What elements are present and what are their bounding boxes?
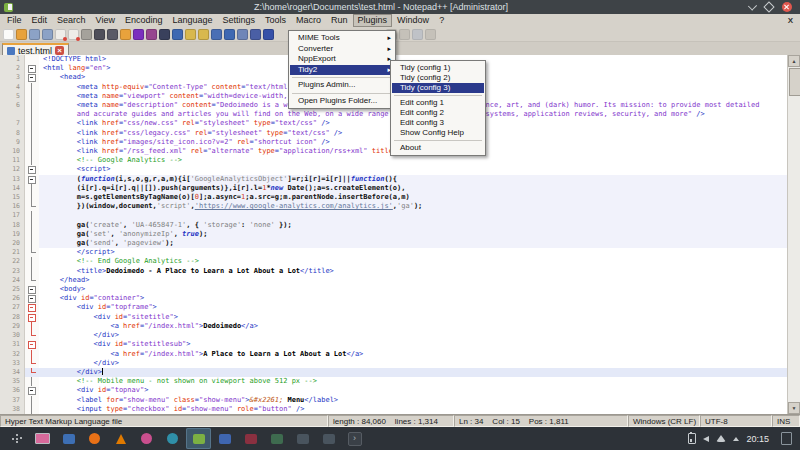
save-icon[interactable] — [29, 29, 40, 40]
code-line-29[interactable]: 29 <a href="/index.html">Dedoimedo</a> — [0, 322, 787, 331]
code-line-27[interactable]: 27 <div id="topframe"> — [0, 303, 787, 312]
word-wrap-icon[interactable] — [237, 29, 248, 40]
code-line-13[interactable]: 13 (function(i,s,o,g,r,a,m){i['GoogleAna… — [0, 175, 787, 184]
print-icon[interactable] — [81, 29, 92, 40]
network-icon[interactable] — [716, 435, 726, 442]
status-typing-mode[interactable]: INS — [772, 415, 800, 427]
fold-toggle-icon[interactable] — [25, 303, 39, 312]
tidy2-menu-item-tidy-config-2[interactable]: Tidy (config 2) — [392, 73, 484, 83]
fold-toggle-icon[interactable] — [25, 340, 39, 349]
menu-window[interactable]: Window — [392, 14, 434, 27]
paste-icon[interactable] — [120, 29, 131, 40]
menu-plugins[interactable]: Plugins — [353, 14, 393, 27]
taskbar-system-monitor[interactable] — [316, 428, 341, 449]
code-line-19[interactable]: 19 ga('set', 'anonymizeIp', true); — [0, 230, 787, 239]
status-length-lines[interactable]: length : 84,060 lines : 1,314 — [328, 415, 454, 427]
find-icon[interactable] — [159, 29, 170, 40]
zoom-in-icon[interactable] — [185, 29, 196, 40]
vertical-scrollbar[interactable]: ▲ ▼ — [787, 55, 800, 414]
close-document-icon[interactable] — [55, 29, 66, 40]
scrollbar-thumb[interactable] — [789, 68, 800, 96]
fold-toggle-icon[interactable] — [25, 294, 39, 303]
scroll-down-icon[interactable]: ▼ — [788, 402, 800, 414]
tidy2-menu-item-tidy-config-1[interactable]: Tidy (config 1) — [392, 63, 484, 73]
tidy2-menu-item-show-config-help[interactable]: Show Config Help — [392, 128, 484, 138]
code-line-35[interactable]: 35 <!-- Mobile menu - not shown on viewp… — [0, 377, 787, 386]
status-cursor-position[interactable]: Ln : 34 Col : 15 Pos : 1,811 — [454, 415, 628, 427]
function-list-icon[interactable] — [263, 29, 274, 40]
code-line-26[interactable]: 26 <div id="container"> — [0, 294, 787, 303]
macro-play-icon[interactable] — [399, 29, 410, 40]
menu-file[interactable]: File — [2, 14, 27, 27]
taskbar-taskbar-overflow[interactable]: › — [342, 428, 367, 449]
taskbar-display-settings[interactable] — [30, 428, 55, 449]
code-line-22[interactable]: 22 <!-- End Google Analytics --> — [0, 257, 787, 266]
taskbar-text-editor[interactable] — [212, 428, 237, 449]
menu-encoding[interactable]: Encoding — [120, 14, 168, 27]
code-line-31[interactable]: 31 <div id="sitetitlesub"> — [0, 340, 787, 349]
taskbar-app-launcher[interactable] — [4, 428, 29, 449]
status-eol-format[interactable]: Windows (CR LF) — [628, 415, 700, 427]
code-line-33[interactable]: 33 </div> — [0, 359, 787, 368]
minimize-icon[interactable] — [748, 1, 757, 10]
tidy2-menu-item-edit-config-1[interactable]: Edit config 1 — [392, 98, 484, 108]
taskbar-firefox[interactable] — [82, 428, 107, 449]
battery-icon[interactable] — [688, 433, 696, 444]
menu-settings[interactable]: Settings — [218, 14, 261, 27]
redo-icon[interactable] — [146, 29, 157, 40]
code-line-11[interactable]: 11 <!-- Google Analytics --> — [0, 156, 787, 165]
tidy2-menu-item-about[interactable]: About — [392, 143, 484, 153]
code-line-36[interactable]: 36 <div id="topnav"> — [0, 386, 787, 395]
code-line-17[interactable]: 17 — [0, 211, 787, 220]
code-line-37[interactable]: 37 <label for="show-menu" class="show-me… — [0, 396, 787, 405]
scroll-up-icon[interactable]: ▲ — [788, 55, 800, 67]
code-line-23[interactable]: 23 <title>Dedoimedo - A Place to Learn a… — [0, 267, 787, 276]
copy-icon[interactable] — [107, 29, 118, 40]
code-line-16[interactable]: 16 })(window,document,'script','https://… — [0, 202, 787, 211]
tidy2-menu-item-edit-config-3[interactable]: Edit config 3 — [392, 118, 484, 128]
menu-[interactable]: ? — [434, 14, 449, 27]
new-file-icon[interactable] — [3, 29, 14, 40]
plugins-menu-item-open-plugins-folder[interactable]: Open Plugins Folder... — [290, 96, 394, 107]
save-all-icon[interactable] — [42, 29, 53, 40]
code-line-34[interactable]: 34 </div> — [0, 368, 787, 377]
tray-expand-icon[interactable] — [733, 437, 739, 441]
menu-run[interactable]: Run — [326, 14, 353, 27]
doc-map-icon[interactable] — [224, 29, 235, 40]
show-all-characters-icon[interactable] — [250, 29, 261, 40]
plugins-menu-item-plugins-admin[interactable]: Plugins Admin... — [290, 80, 394, 91]
zoom-out-icon[interactable] — [198, 29, 209, 40]
show-desktop-button[interactable] — [781, 432, 792, 445]
menu-tools[interactable]: Tools — [260, 14, 291, 27]
fold-toggle-icon[interactable] — [25, 73, 39, 82]
taskbar-image-viewer[interactable] — [264, 428, 289, 449]
record-macro-icon[interactable] — [211, 29, 222, 40]
maximize-icon[interactable] — [763, 1, 774, 12]
taskbar-media-player[interactable] — [134, 428, 159, 449]
taskbar-file-manager[interactable] — [56, 428, 81, 449]
plugins-menu-item-nppexport[interactable]: NppExport▸ — [290, 54, 394, 65]
menu-language[interactable]: Language — [167, 14, 217, 27]
code-line-15[interactable]: 15 m=s.getElementsByTagName(o)[0];a.asyn… — [0, 193, 787, 202]
menu-edit[interactable]: Edit — [27, 14, 53, 27]
close-window-icon[interactable] — [782, 2, 792, 12]
plugins-menu-item-mime-tools[interactable]: MIME Tools▸ — [290, 33, 394, 44]
tab-close-icon[interactable] — [55, 46, 64, 55]
fold-toggle-icon[interactable] — [25, 175, 39, 184]
code-line-14[interactable]: 14 (i[r].q=i[r].q||[]).push(arguments)},… — [0, 184, 787, 193]
fold-toggle-icon[interactable] — [25, 165, 39, 174]
document-close-icon[interactable]: X — [788, 16, 793, 25]
taskbar-web-browser[interactable] — [160, 428, 185, 449]
undo-icon[interactable] — [133, 29, 144, 40]
notepad-plus-plus-logo-icon[interactable] — [4, 3, 13, 12]
fold-toggle-icon[interactable] — [25, 285, 39, 294]
taskbar-video-app[interactable] — [238, 428, 263, 449]
menu-macro[interactable]: Macro — [291, 14, 326, 27]
code-line-20[interactable]: 20 ga('send', 'pageview'); — [0, 239, 787, 248]
code-line-28[interactable]: 28 <div id="sitetitle"> — [0, 313, 787, 322]
macro-run-multiple-icon[interactable] — [412, 29, 423, 40]
taskbar-notepad-plus-plus[interactable] — [186, 428, 211, 449]
code-line-12[interactable]: 12 <script> — [0, 165, 787, 174]
replace-icon[interactable] — [172, 29, 183, 40]
code-line-32[interactable]: 32 <a href="/index.html">A Place to Lear… — [0, 350, 787, 359]
